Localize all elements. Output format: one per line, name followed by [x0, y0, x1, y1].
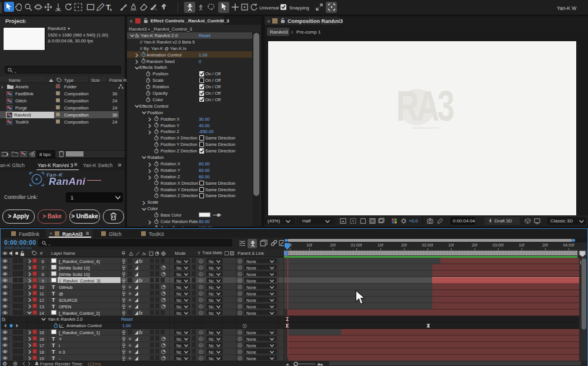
- svg-text:fx: fx: [142, 251, 146, 257]
